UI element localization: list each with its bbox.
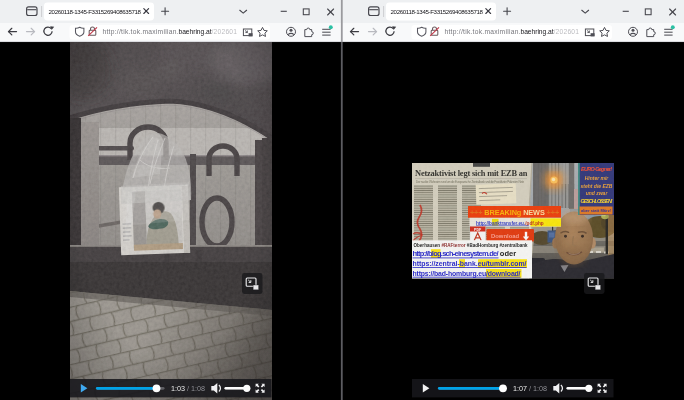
svg-text:1:03 / 1:08: 1:03 / 1:08 [171,384,205,393]
svg-text:1:07 / 1:08: 1:07 / 1:08 [513,384,547,393]
